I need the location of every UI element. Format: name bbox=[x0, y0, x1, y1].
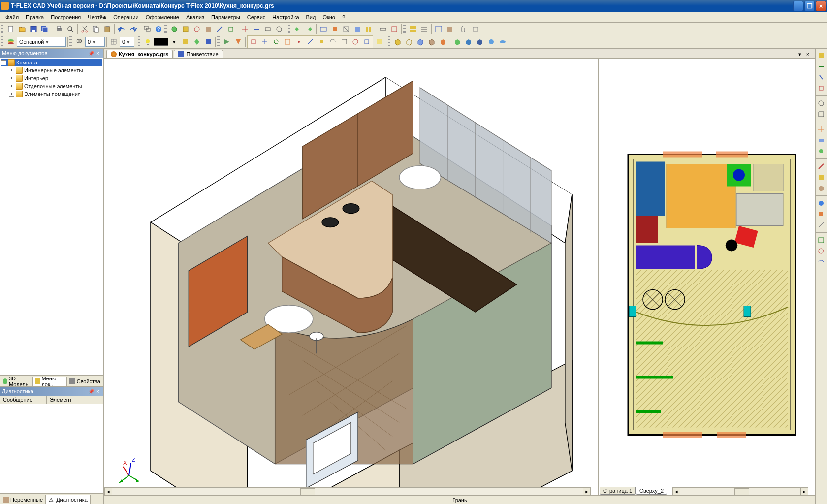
menu-settings[interactable]: Настройка bbox=[269, 13, 302, 21]
tree-item[interactable]: +Элементы помещения bbox=[9, 90, 102, 98]
rtool-14[interactable] bbox=[816, 209, 826, 219]
tab-properties[interactable]: Свойства bbox=[66, 377, 103, 386]
snap-7[interactable] bbox=[316, 36, 327, 47]
tool-11[interactable] bbox=[304, 24, 315, 34]
tool-20[interactable] bbox=[419, 24, 430, 34]
open-button[interactable] bbox=[17, 24, 28, 34]
save-button[interactable] bbox=[28, 24, 39, 34]
rtool-15[interactable] bbox=[816, 220, 826, 230]
2d-viewport[interactable]: Страница 1 Сверху_2 ◄ ► bbox=[599, 59, 815, 495]
rtool-4[interactable] bbox=[816, 83, 826, 93]
rtool-12[interactable] bbox=[816, 183, 826, 193]
snap-11[interactable] bbox=[361, 36, 372, 47]
preview-button[interactable] bbox=[65, 24, 76, 34]
toolbar-grip[interactable] bbox=[1, 36, 3, 47]
menu-operations[interactable]: Операции bbox=[110, 13, 142, 21]
tool-23[interactable] bbox=[470, 24, 481, 34]
tool-17[interactable] bbox=[378, 24, 388, 34]
snap-9[interactable] bbox=[339, 36, 350, 47]
toolbar-grip[interactable] bbox=[138, 36, 140, 47]
tool-b4[interactable] bbox=[222, 36, 232, 47]
rtool-8[interactable] bbox=[816, 135, 826, 145]
toolbar-grip[interactable] bbox=[288, 24, 290, 34]
rtool-5[interactable] bbox=[816, 98, 826, 108]
rtool-17[interactable] bbox=[816, 246, 826, 256]
diag-col-message[interactable]: Сообщение bbox=[0, 396, 47, 404]
2d-hscroll[interactable]: ◄ ► bbox=[672, 487, 808, 495]
tool-8[interactable] bbox=[262, 24, 273, 34]
grid-icon[interactable] bbox=[108, 36, 119, 47]
3d-viewport[interactable]: X Z ◄ ► bbox=[104, 59, 599, 495]
snap-4[interactable] bbox=[282, 36, 293, 47]
box-7[interactable] bbox=[463, 36, 474, 47]
snap-1[interactable] bbox=[248, 36, 259, 47]
scroll-right-icon[interactable]: ► bbox=[800, 488, 808, 496]
box-4[interactable] bbox=[426, 36, 437, 47]
snap-6[interactable] bbox=[305, 36, 316, 47]
help-button[interactable]: ? bbox=[153, 24, 164, 34]
tab-diagnostics[interactable]: ⚠Диагностика bbox=[46, 495, 91, 504]
diag-body[interactable] bbox=[0, 404, 103, 493]
number-combo[interactable]: 0▾ bbox=[85, 37, 105, 47]
docs-panel-header[interactable]: Меню документов 📌 × bbox=[0, 49, 103, 58]
menu-parameters[interactable]: Параметры bbox=[208, 13, 244, 21]
layer-combo[interactable]: Основной▾ bbox=[17, 37, 66, 47]
redo-button[interactable] bbox=[127, 24, 138, 34]
tab-3d-model[interactable]: 3D Модель bbox=[0, 377, 32, 386]
diag-col-element[interactable]: Элемент bbox=[47, 396, 103, 404]
menu-file[interactable]: Файл bbox=[2, 13, 22, 21]
toolbar-grip[interactable] bbox=[403, 24, 406, 34]
light-button[interactable] bbox=[142, 36, 153, 47]
tool-18[interactable] bbox=[389, 24, 400, 34]
3d-hscroll[interactable]: ◄ ► bbox=[104, 487, 591, 495]
menu-view[interactable]: Вид bbox=[303, 13, 319, 21]
rtool-18[interactable] bbox=[816, 257, 826, 267]
attach-button[interactable] bbox=[459, 24, 470, 34]
cut-button[interactable] bbox=[79, 24, 90, 34]
number-combo2[interactable]: 0▾ bbox=[120, 37, 134, 47]
rtool-3[interactable] bbox=[816, 72, 826, 82]
snap-5[interactable] bbox=[293, 36, 304, 47]
rtool-6[interactable] bbox=[816, 109, 826, 119]
snap-2[interactable] bbox=[259, 36, 270, 47]
rtool-2[interactable] bbox=[816, 62, 826, 71]
snap-3[interactable] bbox=[271, 36, 282, 47]
tab-variables[interactable]: Переменные bbox=[0, 495, 46, 504]
close-panel-icon[interactable]: × bbox=[95, 50, 101, 57]
globe-button[interactable] bbox=[169, 24, 180, 34]
layer-button[interactable] bbox=[5, 36, 16, 47]
tool-2[interactable] bbox=[191, 24, 202, 34]
tool-15[interactable] bbox=[352, 24, 363, 34]
toolbar-grip[interactable] bbox=[1, 24, 3, 34]
saveall-button[interactable] bbox=[39, 24, 50, 34]
sheet-top2[interactable]: Сверху_2 bbox=[636, 487, 667, 495]
box-2[interactable] bbox=[404, 36, 414, 47]
toolbar-grip[interactable] bbox=[217, 36, 220, 47]
pin-icon[interactable]: 📌 bbox=[88, 388, 95, 395]
menu-edit[interactable]: Правка bbox=[22, 13, 47, 21]
doctab-welcome[interactable]: Приветствие bbox=[174, 50, 223, 58]
tree-item[interactable]: +Инженерные элементы bbox=[9, 66, 102, 74]
toolbar-grip[interactable] bbox=[388, 36, 390, 47]
tool-b2[interactable] bbox=[191, 36, 202, 47]
scroll-right-icon[interactable]: ► bbox=[583, 488, 591, 496]
rtool-16[interactable] bbox=[816, 235, 826, 245]
tree-expand-icon[interactable]: + bbox=[9, 76, 14, 81]
tool-b5[interactable] bbox=[233, 36, 244, 47]
box-9[interactable] bbox=[486, 36, 497, 47]
new-button[interactable] bbox=[5, 24, 16, 34]
document-tree[interactable]: − Комната +Инженерные элементы +Интерьер… bbox=[0, 58, 103, 375]
rtool-10[interactable] bbox=[816, 161, 826, 171]
tool-14[interactable] bbox=[341, 24, 351, 34]
rtool-13[interactable] bbox=[816, 198, 826, 208]
axis-gizmo[interactable]: X Z bbox=[114, 456, 144, 485]
menu-analysis[interactable]: Анализ bbox=[183, 13, 208, 21]
paste-button[interactable] bbox=[102, 24, 113, 34]
menu-service[interactable]: Сервис bbox=[244, 13, 269, 21]
sheet-page1[interactable]: Страница 1 bbox=[600, 487, 636, 495]
tool-10[interactable] bbox=[292, 24, 303, 34]
tool-16[interactable] bbox=[363, 24, 374, 34]
toolbar-grip[interactable] bbox=[69, 36, 72, 47]
tree-collapse-icon[interactable]: − bbox=[1, 60, 6, 65]
copy-button[interactable] bbox=[91, 24, 101, 34]
